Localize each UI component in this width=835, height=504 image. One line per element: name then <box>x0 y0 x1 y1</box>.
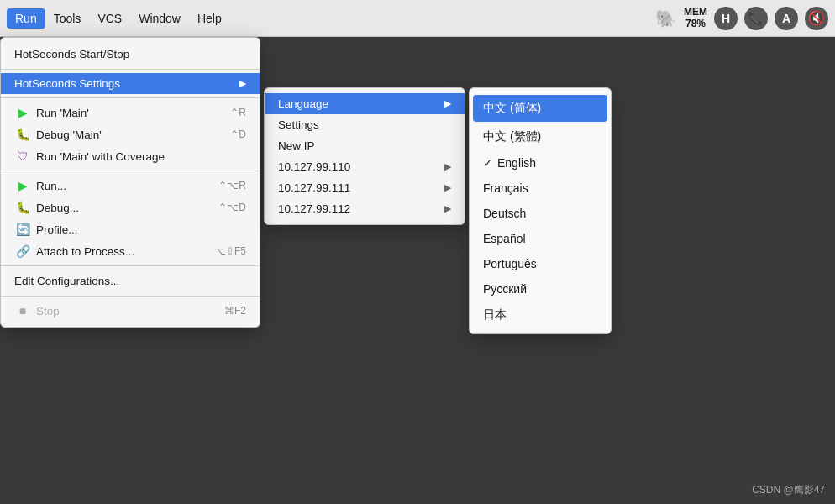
stop-shortcut: ⌘F2 <box>224 305 246 317</box>
ip1-label: 10.127.99.110 <box>278 160 350 173</box>
separator-1 <box>1 69 260 70</box>
ip2-arrow: ▶ <box>444 182 451 193</box>
menubar-item-window[interactable]: Window <box>130 8 189 29</box>
lang-spanish[interactable]: Español <box>470 226 611 251</box>
debug-main-item[interactable]: 🐛 Debug 'Main' ⌃D <box>1 123 260 145</box>
h-icon[interactable]: H <box>714 7 738 30</box>
attach-label: Attach to Process... <box>36 245 134 258</box>
lang-english[interactable]: ✓ English <box>470 150 611 176</box>
hotseconds-settings-item[interactable]: HotSeconds Settings ▶ <box>1 73 260 94</box>
edit-configs-item[interactable]: Edit Configurations... <box>1 270 260 292</box>
hotseconds-settings-label: HotSeconds Settings <box>14 77 120 90</box>
lang-french[interactable]: Français <box>470 176 611 201</box>
ip3-label: 10.127.99.112 <box>278 202 350 215</box>
lang-portuguese-label: Português <box>483 257 537 270</box>
watermark: CSDN @鹰影47 <box>752 483 825 497</box>
menubar: Run Tools VCS Window Help 🐘 MEM 78% H 📞 … <box>0 0 835 37</box>
menubar-item-run[interactable]: Run <box>7 8 45 29</box>
settings-item[interactable]: Settings <box>265 114 465 135</box>
menubar-item-help[interactable]: Help <box>189 8 230 29</box>
separator-5 <box>1 296 260 297</box>
run-main-item[interactable]: ▶ Run 'Main' ⌃R <box>1 102 260 123</box>
run-shortcut: ⌃⌥R <box>218 180 246 192</box>
stop-icon: ■ <box>14 304 31 318</box>
debug-shortcut: ⌃⌥D <box>218 202 246 213</box>
hotseconds-settings-submenu: Language ▶ Settings New IP 10.127.99.110… <box>264 87 465 225</box>
menubar-item-tools[interactable]: Tools <box>45 8 90 29</box>
menus-container: HotSeconds Start/Stop HotSeconds Setting… <box>0 37 612 334</box>
debug-main-label: Debug 'Main' <box>36 129 102 141</box>
language-arrow: ▶ <box>444 98 451 109</box>
ip1-item[interactable]: 10.127.99.110 ▶ <box>265 156 465 177</box>
debug-ellipsis-icon: 🐛 <box>14 201 31 214</box>
separator-4 <box>1 265 260 266</box>
lang-zh-traditional-label: 中文 (繁體) <box>483 129 541 144</box>
profile-icon: 🔄 <box>14 223 31 236</box>
new-ip-label: New IP <box>278 139 315 152</box>
language-item[interactable]: Language ▶ <box>265 93 465 114</box>
mem-percent: 78% <box>684 18 707 29</box>
lang-japanese[interactable]: 日本 <box>470 302 611 328</box>
separator-3 <box>1 171 260 171</box>
debug-icon: 🐛 <box>14 128 31 141</box>
stop-item[interactable]: ■ Stop ⌘F2 <box>1 300 260 322</box>
run-ellipsis-icon: ▶ <box>14 179 31 192</box>
hotseconds-settings-arrow: ▶ <box>239 78 246 89</box>
debug-label: Debug... <box>36 202 79 214</box>
lang-russian-label: Русский <box>483 282 527 296</box>
language-submenu: 中文 (简体) 中文 (繁體) ✓ English Français Deuts… <box>469 87 612 334</box>
coverage-icon: 🛡 <box>14 150 31 163</box>
settings-label: Settings <box>278 118 319 131</box>
a-icon[interactable]: A <box>775 7 798 30</box>
lang-spanish-label: Español <box>483 232 526 245</box>
debug-item[interactable]: 🐛 Debug... ⌃⌥D <box>1 197 260 218</box>
evernote-icon: 🐘 <box>654 7 677 30</box>
separator-2 <box>1 97 260 98</box>
lang-german[interactable]: Deutsch <box>470 201 611 226</box>
attach-icon: 🔗 <box>14 244 31 258</box>
new-ip-item[interactable]: New IP <box>265 135 465 156</box>
ip3-item[interactable]: 10.127.99.112 ▶ <box>265 198 465 219</box>
phone-icon[interactable]: 📞 <box>744 7 768 30</box>
mute-icon[interactable]: 🔇 <box>805 7 828 30</box>
ip3-arrow: ▶ <box>444 203 451 214</box>
mem-label: MEM <box>684 7 707 18</box>
lang-zh-traditional[interactable]: 中文 (繁體) <box>470 123 611 150</box>
mem-badge: MEM 78% <box>684 7 707 29</box>
lang-russian[interactable]: Русский <box>470 276 611 302</box>
profile-label: Profile... <box>36 223 78 236</box>
run-item[interactable]: ▶ Run... ⌃⌥R <box>1 175 260 197</box>
ip2-item[interactable]: 10.127.99.111 ▶ <box>265 177 465 198</box>
attach-item[interactable]: 🔗 Attach to Process... ⌥⇧F5 <box>1 240 260 262</box>
debug-main-shortcut: ⌃D <box>230 129 246 140</box>
run-main-label: Run 'Main' <box>36 107 89 119</box>
menubar-right: 🐘 MEM 78% H 📞 A 🔇 <box>654 7 828 30</box>
hotseconds-startstop-item[interactable]: HotSeconds Start/Stop <box>1 43 260 66</box>
menubar-item-vcs[interactable]: VCS <box>89 8 130 29</box>
profile-item[interactable]: 🔄 Profile... <box>1 218 260 240</box>
lang-zh-simplified[interactable]: 中文 (简体) <box>473 95 607 122</box>
run-label: Run... <box>36 180 66 192</box>
run-coverage-label: Run 'Main' with Coverage <box>36 150 165 163</box>
lang-zh-simplified-label: 中文 (简体) <box>483 101 541 116</box>
run-main-shortcut: ⌃R <box>230 107 246 118</box>
run-icon: ▶ <box>14 106 31 119</box>
lang-english-check: ✓ <box>483 157 492 170</box>
stop-label: Stop <box>36 305 60 318</box>
lang-japanese-label: 日本 <box>483 307 507 323</box>
language-label: Language <box>278 97 328 110</box>
lang-german-label: Deutsch <box>483 207 526 220</box>
ip1-arrow: ▶ <box>444 161 451 172</box>
run-menu: HotSeconds Start/Stop HotSeconds Setting… <box>0 37 260 328</box>
lang-french-label: Français <box>483 181 528 195</box>
lang-portuguese[interactable]: Português <box>470 251 611 276</box>
run-coverage-item[interactable]: 🛡 Run 'Main' with Coverage <box>1 145 260 167</box>
ip2-label: 10.127.99.111 <box>278 181 350 194</box>
attach-shortcut: ⌥⇧F5 <box>214 245 246 257</box>
lang-english-label: English <box>497 156 536 170</box>
